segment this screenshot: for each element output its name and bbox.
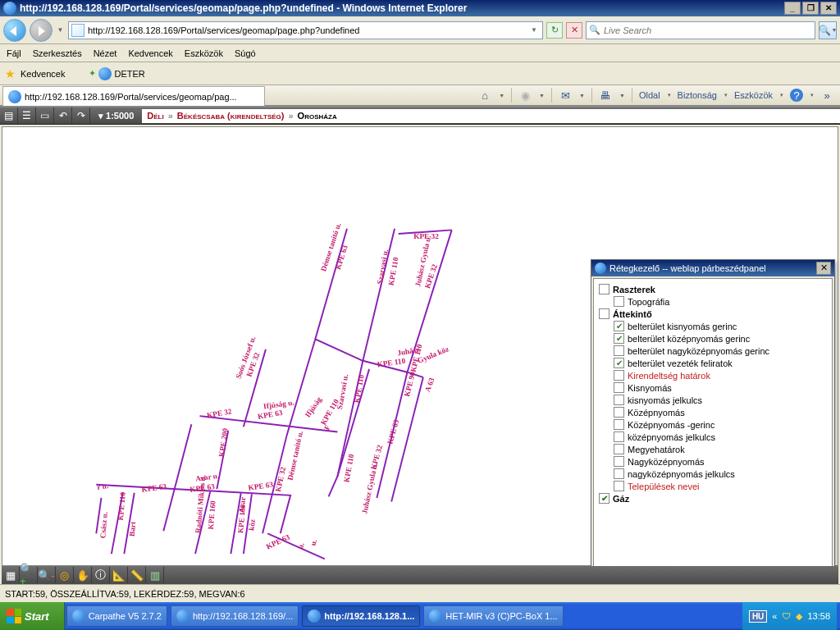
layer-item[interactable]: Megyehatárok (614, 444, 830, 454)
layer-item[interactable]: Topográfia (614, 296, 830, 307)
zoom-extent-icon[interactable]: ◎ (56, 567, 74, 583)
checkbox[interactable]: ✔ (614, 321, 624, 331)
restore-button[interactable]: ❐ (802, 2, 819, 15)
feeds-icon[interactable]: ◉ (518, 89, 532, 102)
menu-favorites[interactable]: Kedvencek (128, 48, 172, 58)
checkbox[interactable] (614, 395, 624, 405)
search-input[interactable] (604, 25, 812, 35)
checkbox[interactable]: ✔ (599, 493, 609, 504)
menu-edit[interactable]: Szerkesztés (33, 48, 82, 58)
close-button[interactable]: ✕ (820, 2, 837, 15)
forward-button[interactable] (30, 19, 52, 42)
cmd-page[interactable]: Oldal (639, 90, 660, 100)
mail-icon[interactable]: ✉ (559, 89, 572, 102)
checkbox[interactable] (614, 382, 624, 393)
search-box[interactable]: 🔍 (586, 21, 815, 39)
tab-title: http://192.168.128.169/Portal/services/g… (25, 92, 259, 102)
address-bar[interactable]: ▼ (68, 21, 543, 39)
language-indicator[interactable]: HU (749, 610, 767, 623)
checkbox[interactable] (614, 456, 624, 467)
checkbox[interactable]: ✔ (614, 333, 624, 344)
home-icon[interactable]: ⌂ (478, 89, 491, 102)
menu-view[interactable]: Nézet (94, 48, 117, 58)
back-button[interactable] (3, 19, 26, 42)
taskbar-item[interactable]: HET-MIR v3 (C)PC-BoX 1... (423, 605, 563, 627)
grid-icon[interactable]: ▦ (2, 567, 20, 583)
layer-item[interactable]: ✔belterület középnyomás gerinc (614, 333, 830, 344)
print-icon[interactable]: 🖶 (599, 89, 612, 102)
layer-item[interactable]: Középnyomás -gerinc (614, 419, 830, 430)
layer-item[interactable]: Kisnyomás (614, 382, 830, 393)
layers2-icon[interactable]: ☰ (18, 107, 36, 124)
layer-list[interactable]: RaszterekTopográfiaÁttekintő✔belterület … (593, 278, 833, 567)
redo-icon[interactable]: ↷ (72, 107, 90, 124)
layer-group[interactable]: Raszterek (599, 284, 830, 294)
pan-icon[interactable]: ✋ (74, 567, 92, 583)
identify-icon[interactable]: ⓘ (92, 567, 110, 583)
checkbox[interactable] (614, 407, 624, 418)
layers-icon[interactable]: ▤ (0, 107, 18, 124)
checkbox[interactable] (614, 370, 624, 381)
help-icon[interactable]: ? (790, 89, 803, 102)
chart-icon[interactable]: ▥ (146, 567, 164, 583)
undo-icon[interactable]: ↶ (54, 107, 72, 124)
tray-shield-icon[interactable]: 🛡 (782, 611, 791, 621)
taskbar-item[interactable]: Carpathe V5 2.7.2 (66, 605, 167, 627)
browser-tab[interactable]: http://192.168.128.169/Portal/services/g… (2, 86, 265, 106)
fav-deter[interactable]: ✦ DETER (84, 65, 148, 83)
cmd-tools[interactable]: Eszközök (734, 90, 773, 100)
panel-close-button[interactable]: ✕ (816, 262, 831, 275)
menu-file[interactable]: Fájl (7, 48, 21, 58)
zoom-in-icon[interactable]: 🔍+ (20, 567, 38, 583)
layer-item[interactable]: kisnyomás jelkulcs (614, 395, 830, 405)
checkbox[interactable] (614, 296, 624, 307)
svg-text:Ifjúság: Ifjúság (304, 395, 323, 419)
checkbox[interactable] (599, 284, 609, 294)
layer-item[interactable]: Kirendeltség határok (614, 370, 830, 381)
layer-item[interactable]: ✔belterület vezeték feliratok (614, 358, 830, 368)
cmd-security[interactable]: Biztonság (678, 90, 717, 100)
checkbox[interactable] (614, 444, 624, 454)
menu-tools[interactable]: Eszközök (185, 48, 223, 58)
layer-item[interactable]: Nagyközépnyomás (614, 456, 830, 467)
fit-icon[interactable]: ▭ (36, 107, 54, 124)
taskbar-item[interactable]: http://192.168.128.1... (302, 605, 420, 627)
ruler-icon[interactable]: 📏 (128, 567, 146, 583)
scale-display[interactable]: ▾ 1:5000 (90, 111, 142, 121)
tray-app-icon[interactable]: ◆ (796, 611, 802, 622)
checkbox[interactable] (614, 345, 624, 356)
layer-item[interactable]: középnyomás jelkulcs (614, 431, 830, 442)
tray-expand-icon[interactable]: « (772, 611, 777, 621)
refresh-button[interactable]: ↻ (546, 22, 563, 39)
layer-item[interactable]: ✔belterület kisnyomás gerinc (614, 321, 830, 331)
expand-icon[interactable]: » (820, 89, 833, 102)
url-dropdown[interactable]: ▼ (528, 26, 540, 34)
menu-help[interactable]: Súgó (235, 48, 256, 58)
layer-item[interactable]: nagyközépnyomás jelkulcs (614, 468, 830, 479)
measure-icon[interactable]: 📐 (110, 567, 128, 583)
start-button[interactable]: Start (0, 602, 65, 630)
url-input[interactable] (88, 25, 525, 35)
breadcrumb: Déli » Békéscsaba (kirendeltség) » Orosh… (142, 109, 840, 123)
search-button[interactable]: 🔍▼ (819, 21, 837, 39)
layer-item[interactable]: Települések nevei (614, 481, 830, 491)
checkbox[interactable]: ✔ (614, 358, 624, 368)
favorites-label[interactable]: Kedvencek (21, 69, 65, 79)
layer-item[interactable]: Középnyomás (614, 407, 830, 418)
layer-item[interactable]: belterület nagyközépnyomás gerinc (614, 345, 830, 356)
taskbar-item[interactable]: http://192.168.128.169/... (171, 605, 299, 627)
minimize-button[interactable]: _ (784, 2, 801, 15)
checkbox[interactable] (614, 481, 624, 491)
layer-group[interactable]: ✔Gáz (599, 493, 830, 504)
nav-history-dropdown[interactable]: ▼ (56, 19, 65, 42)
layer-panel-title-bar[interactable]: Rétegkezelő -- weblap párbeszédpanel ✕ (591, 260, 834, 276)
checkbox[interactable] (614, 431, 624, 442)
app-icon (308, 609, 321, 623)
taskbar: Start Carpathe V5 2.7.2http://192.168.12… (0, 602, 840, 630)
checkbox[interactable] (614, 419, 624, 430)
checkbox[interactable] (599, 308, 609, 319)
stop-button[interactable]: ✕ (566, 22, 582, 39)
layer-group[interactable]: Áttekintő (599, 308, 830, 319)
checkbox[interactable] (614, 468, 624, 479)
zoom-out-icon[interactable]: 🔍- (38, 567, 56, 583)
